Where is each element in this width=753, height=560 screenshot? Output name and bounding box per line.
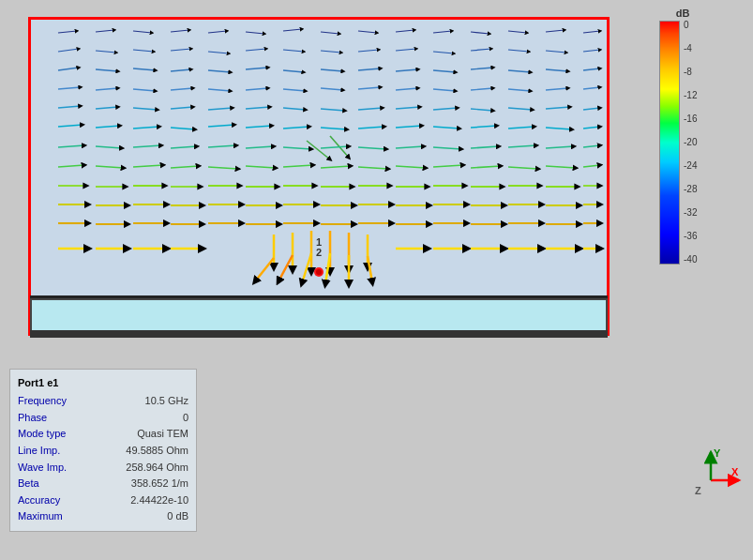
accuracy-value: 2.44422e-10 xyxy=(130,492,188,509)
info-row-lineimp: Line Imp. 49.5885 Ohm xyxy=(18,443,188,460)
info-row-accuracy: Accuracy 2.44422e-10 xyxy=(18,492,188,509)
colorbar-label-5: -20 xyxy=(684,138,697,147)
axes-container: Y X Z xyxy=(678,447,734,504)
info-row-frequency: Frequency 10.5 GHz xyxy=(18,393,188,410)
phase-value: 0 xyxy=(183,410,188,427)
colorbar-label-10: -40 xyxy=(684,255,697,265)
waveimp-label: Wave Imp. xyxy=(18,460,83,477)
port-label: Port1 e1 xyxy=(18,375,188,392)
svg-text:Y: Y xyxy=(714,447,721,459)
info-panel: Port1 e1 Frequency 10.5 GHz Phase 0 Mode… xyxy=(9,369,197,532)
accuracy-label: Accuracy xyxy=(18,492,83,509)
colorbar-label-1: -4 xyxy=(684,44,697,53)
maximum-label: Maximum xyxy=(18,508,83,525)
svg-text:X: X xyxy=(731,466,739,477)
beta-label: Beta xyxy=(18,476,83,492)
colorbar-label-2: -8 xyxy=(684,68,697,77)
info-row-maximum: Maximum 0 dB xyxy=(18,508,188,525)
colorbar-label-3: -12 xyxy=(684,91,697,100)
red-border-frame xyxy=(28,17,610,336)
colorbar-label-0: 0 xyxy=(684,21,697,30)
waveimp-value: 258.964 Ohm xyxy=(126,460,188,477)
colorbar-title: dB xyxy=(659,8,706,19)
info-row-beta: Beta 358.652 1/m xyxy=(18,476,188,492)
colorbar-container: dB 0 -4 -8 -12 -16 -20 -24 -28 -32 -36 -… xyxy=(659,8,706,280)
colorbar-label-7: -28 xyxy=(684,185,697,194)
main-visualization-area: 1 2 dB 0 -4 -8 -12 -16 -20 -24 -28 -32 -… xyxy=(0,0,753,560)
lineimp-label: Line Imp. xyxy=(18,443,83,460)
frequency-label: Frequency xyxy=(18,393,83,410)
conductor-strip-bottom xyxy=(30,330,608,338)
colorbar-label-6: -24 xyxy=(684,161,697,171)
colorbar-bar xyxy=(659,21,680,265)
phase-label: Phase xyxy=(18,410,83,427)
colorbar-label-4: -16 xyxy=(684,114,697,124)
info-row-modetype: Mode type Quasi TEM xyxy=(18,426,188,443)
colorbar-label-8: -32 xyxy=(684,208,697,218)
colorbar-labels: 0 -4 -8 -12 -16 -20 -24 -28 -32 -36 -40 xyxy=(680,21,697,265)
info-row-phase: Phase 0 xyxy=(18,410,188,427)
maximum-value: 0 dB xyxy=(167,508,188,525)
axes-svg: Y X Z xyxy=(678,447,744,513)
beta-value: 358.652 1/m xyxy=(131,476,188,492)
colorbar-wrap: 0 -4 -8 -12 -16 -20 -24 -28 -32 -36 -40 xyxy=(659,21,706,265)
lineimp-value: 49.5885 Ohm xyxy=(126,443,188,460)
substrate-bar xyxy=(30,298,608,334)
frequency-value: 10.5 GHz xyxy=(145,393,188,410)
modetype-label: Mode type xyxy=(18,426,83,443)
info-row-waveimp: Wave Imp. 258.964 Ohm xyxy=(18,460,188,477)
svg-text:Z: Z xyxy=(695,485,701,496)
colorbar-label-9: -36 xyxy=(684,232,697,241)
modetype-value: Quasi TEM xyxy=(137,426,188,443)
